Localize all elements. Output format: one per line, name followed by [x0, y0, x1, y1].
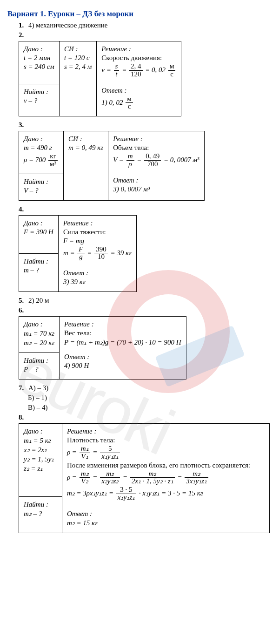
si-line: m = 0, 49 кг — [68, 144, 103, 152]
q8-box: Дано : m₁ = 5 кг x₂ = 2x₁ y₂ = 1, 5y₁ z₂… — [19, 423, 270, 533]
q4-box: Дано : F = 390 Н Решение : Сила тяжести:… — [19, 215, 137, 292]
solution-title: Плотность тела: — [67, 436, 265, 444]
given-line: x₂ = 2x₁ — [24, 446, 57, 454]
q4-num: 4. — [19, 205, 272, 213]
find-header: Найти : — [24, 357, 54, 365]
given-line: m = 490 г — [24, 144, 59, 152]
solution-eq: ρ = m₂V₂ = m₂x₂y₂z₂ = m₂2x₁ · 1, 5y₂ · z… — [67, 470, 265, 486]
q7-a: А) – 3) — [28, 384, 48, 392]
given-header: Дано : — [24, 320, 54, 328]
q1-num: 1. — [19, 21, 24, 29]
solution-header: Решение : — [67, 427, 265, 435]
find-line: v – ? — [24, 97, 54, 105]
solution-header: Решение : — [101, 45, 176, 53]
answer-header: Ответ : — [113, 176, 199, 184]
q2-num: 2. — [19, 31, 272, 39]
answer-header: Ответ : — [63, 269, 132, 277]
find-line: m – ? — [24, 266, 53, 274]
q7-num: 7. — [19, 384, 24, 392]
given-line: F = 390 Н — [24, 228, 53, 236]
solution-eq: V = mρ = 0, 49700 = 0, 0007 м³ — [113, 153, 199, 168]
q7-b: Б) – 1) — [28, 394, 272, 402]
solution-text: После изменения размеров блока, его плот… — [67, 461, 265, 469]
given-line: s = 240 см — [24, 63, 54, 71]
given-header: Дано : — [24, 45, 54, 53]
q7: 7. А) – 3) — [19, 384, 272, 392]
given-line: m₁ = 5 кг — [24, 436, 57, 445]
q6-num: 6. — [19, 306, 272, 314]
solution-title: Скорость движения: — [101, 54, 176, 62]
q1: 1. 4) механическое движение — [19, 21, 272, 29]
given-line: t = 2 мин — [24, 54, 54, 62]
page-title: Вариант 1. Еуроки – ДЗ без мороки — [7, 9, 272, 19]
solution-header: Решение : — [63, 219, 132, 227]
solution-eq: v = st = 2, 4120 = 0, 02 мс — [101, 63, 176, 78]
solution-eq: m = Fg = 39010 = 39 кг — [63, 246, 132, 261]
solution-header: Решение : — [113, 135, 199, 143]
answer-header: Ответ : — [67, 510, 265, 518]
answer-line: 3) 39 кг — [63, 278, 132, 286]
find-line: m₂ – ? — [24, 509, 57, 518]
given-header: Дано : — [24, 135, 59, 143]
answer-header: Ответ : — [64, 353, 181, 361]
solution-eq: P = (m₁ + m₂)g = (70 + 20) · 10 = 900 Н — [64, 338, 181, 346]
q5-text: 2) 20 м — [28, 297, 49, 304]
q7-c: В) – 4) — [28, 404, 272, 412]
given-line: y₂ = 1, 5y₁ — [24, 455, 57, 463]
solution-title: Сила тяжести: — [63, 228, 132, 236]
q5: 5. 2) 20 м — [19, 297, 272, 305]
find-header: Найти : — [24, 501, 57, 508]
answer-line: m₂ = 15 кг — [67, 519, 265, 527]
answer-line: 4) 900 Н — [64, 362, 181, 370]
q2-box: Дано : t = 2 мин s = 240 см СИ : t = 120… — [19, 41, 181, 116]
q3-num: 3. — [19, 121, 272, 129]
answer-line: 1) 0, 02 мс — [101, 95, 176, 111]
given-header: Дано : — [24, 219, 53, 227]
solution-eq: ρ = m₁V₁ = 5x₁y₁z₁ — [67, 445, 265, 461]
given-header: Дано : — [24, 427, 57, 435]
given-line: m₁ = 70 кг — [24, 329, 54, 338]
solution-eq: m₂ = 3ρx₁y₁z₁ = 3 · 5x₁y₁z₁ · x₁y₁z₁ = 3… — [67, 486, 265, 502]
q6-box: Дано : m₁ = 70 кг m₂ = 20 кг Решение : В… — [19, 316, 186, 380]
solution-title: Вес тела: — [64, 329, 181, 337]
solution-header: Решение : — [64, 320, 181, 328]
find-line: V – ? — [24, 187, 59, 195]
find-line: P – ? — [24, 366, 54, 373]
given-line: m₂ = 20 кг — [24, 339, 54, 347]
answer-line: 3) 0, 0007 м³ — [113, 185, 199, 193]
answer-header: Ответ : — [101, 87, 176, 95]
si-header: СИ : — [64, 45, 92, 53]
solution-eq: F = mg — [63, 237, 132, 245]
si-line: t = 120 с — [64, 54, 92, 62]
find-header: Найти : — [24, 258, 53, 265]
solution-title: Объем тела: — [113, 144, 199, 152]
q1-text: 4) механическое движение — [28, 21, 107, 29]
find-header: Найти : — [24, 88, 54, 96]
si-header: СИ : — [68, 135, 103, 143]
given-line: z₂ = z₁ — [24, 464, 57, 473]
si-line: s = 2, 4 м — [64, 63, 92, 71]
q8-num: 8. — [19, 414, 272, 421]
q5-num: 5. — [19, 297, 24, 304]
q3-box: Дано : m = 490 г ρ = 700 кгм³ СИ : m = 0… — [19, 131, 205, 201]
find-header: Найти : — [24, 178, 59, 186]
given-line: ρ = 700 кгм³ — [24, 153, 59, 168]
